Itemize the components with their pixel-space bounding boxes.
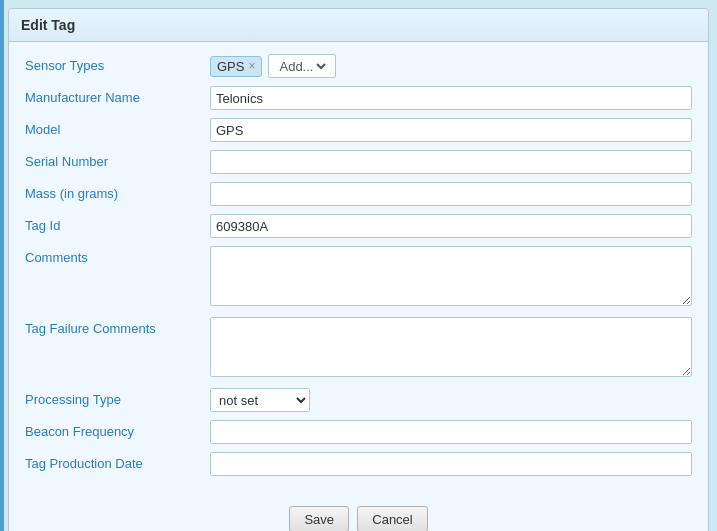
beacon-frequency-input[interactable] bbox=[210, 420, 692, 444]
tag-failure-comments-control bbox=[210, 317, 692, 380]
comments-control bbox=[210, 246, 692, 309]
edit-tag-panel: Edit Tag Sensor Types GPS × Add... bbox=[8, 8, 709, 531]
processing-type-control: not set raw processed bbox=[210, 388, 692, 412]
serial-number-input[interactable] bbox=[210, 150, 692, 174]
beacon-frequency-label: Beacon Frequency bbox=[25, 420, 210, 439]
comments-textarea[interactable] bbox=[210, 246, 692, 306]
gps-chip-label: GPS bbox=[217, 59, 244, 74]
processing-type-select[interactable]: not set raw processed bbox=[210, 388, 310, 412]
manufacturer-name-label: Manufacturer Name bbox=[25, 86, 210, 105]
serial-number-label: Serial Number bbox=[25, 150, 210, 169]
comments-row: Comments bbox=[25, 246, 692, 309]
comments-label: Comments bbox=[25, 246, 210, 265]
beacon-frequency-control bbox=[210, 420, 692, 444]
tag-failure-comments-textarea[interactable] bbox=[210, 317, 692, 377]
tag-failure-comments-row: Tag Failure Comments bbox=[25, 317, 692, 380]
save-button[interactable]: Save bbox=[289, 506, 349, 531]
sensor-types-control: GPS × Add... bbox=[210, 54, 692, 78]
sensor-types-wrap: GPS × Add... bbox=[210, 54, 692, 78]
add-sensor-dropdown[interactable]: Add... bbox=[268, 54, 336, 78]
gps-chip: GPS × bbox=[210, 56, 262, 77]
panel-title: Edit Tag bbox=[9, 9, 708, 42]
mass-input[interactable] bbox=[210, 182, 692, 206]
mass-row: Mass (in grams) bbox=[25, 182, 692, 206]
sensor-types-row: Sensor Types GPS × Add... bbox=[25, 54, 692, 78]
panel-title-text: Edit Tag bbox=[21, 17, 75, 33]
tag-production-date-control bbox=[210, 452, 692, 476]
model-input[interactable] bbox=[210, 118, 692, 142]
tag-id-control bbox=[210, 214, 692, 238]
beacon-frequency-row: Beacon Frequency bbox=[25, 420, 692, 444]
manufacturer-name-control bbox=[210, 86, 692, 110]
left-accent-border bbox=[0, 0, 4, 531]
panel-footer: Save Cancel bbox=[9, 496, 708, 531]
tag-production-date-label: Tag Production Date bbox=[25, 452, 210, 471]
processing-type-row: Processing Type not set raw processed bbox=[25, 388, 692, 412]
model-control bbox=[210, 118, 692, 142]
panel-body: Sensor Types GPS × Add... Manufacturer bbox=[9, 42, 708, 496]
manufacturer-name-input[interactable] bbox=[210, 86, 692, 110]
manufacturer-name-row: Manufacturer Name bbox=[25, 86, 692, 110]
tag-production-date-row: Tag Production Date bbox=[25, 452, 692, 476]
processing-type-label: Processing Type bbox=[25, 388, 210, 407]
tag-id-label: Tag Id bbox=[25, 214, 210, 233]
mass-control bbox=[210, 182, 692, 206]
add-sensor-select[interactable]: Add... bbox=[275, 58, 329, 75]
serial-number-control bbox=[210, 150, 692, 174]
gps-chip-close[interactable]: × bbox=[248, 60, 255, 72]
sensor-types-label: Sensor Types bbox=[25, 54, 210, 73]
mass-label: Mass (in grams) bbox=[25, 182, 210, 201]
tag-id-row: Tag Id bbox=[25, 214, 692, 238]
model-label: Model bbox=[25, 118, 210, 137]
model-row: Model bbox=[25, 118, 692, 142]
tag-failure-comments-label: Tag Failure Comments bbox=[25, 317, 210, 336]
cancel-button[interactable]: Cancel bbox=[357, 506, 427, 531]
tag-production-date-input[interactable] bbox=[210, 452, 692, 476]
tag-id-input[interactable] bbox=[210, 214, 692, 238]
serial-number-row: Serial Number bbox=[25, 150, 692, 174]
